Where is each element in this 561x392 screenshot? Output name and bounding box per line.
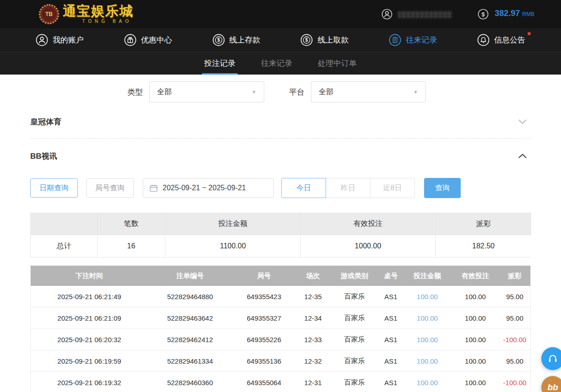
col-round-no: 局号: [232, 266, 296, 286]
round-no: 649355136: [232, 350, 296, 372]
svg-text:$: $: [482, 11, 485, 18]
payout-cell: 95.00: [499, 307, 530, 329]
valid-bet: 100.00: [452, 372, 499, 392]
nav-label: 信息公告: [494, 35, 525, 45]
summary-valid-bet: 1000.00: [301, 235, 436, 257]
table-no: AS1: [379, 307, 403, 329]
chevron-down-icon[interactable]: [517, 116, 528, 127]
date-range-value: 2025-09-21 ~ 2025-09-21: [163, 184, 246, 192]
bet-amount-link[interactable]: 100.00: [403, 350, 452, 372]
chevron-down-icon: ▼: [251, 89, 256, 95]
tab-transaction-records[interactable]: 往来记录: [259, 52, 294, 75]
summary-header-valid-bet: 有效投注: [301, 213, 436, 235]
table-row: 2025-09-21 06:19:32 522829460360 6493550…: [31, 372, 530, 392]
col-session: 场次: [296, 266, 330, 286]
game-type: 百家乐: [330, 329, 379, 350]
table-row: 2025-09-21 06:20:32 522829462412 6493552…: [31, 329, 530, 350]
logo-title: 通宝娱乐城: [63, 5, 134, 18]
balance[interactable]: $ 382.97 RMB: [478, 9, 534, 20]
round-no: 649355226: [232, 329, 296, 350]
nav-item-promotions[interactable]: 优惠中心: [124, 34, 172, 46]
payout-cell: -100.00: [499, 372, 530, 392]
game-type: 百家乐: [330, 372, 379, 392]
payout-cell: 95.00: [499, 350, 530, 372]
col-order-no: 注单编号: [148, 266, 232, 286]
bet-amount-link[interactable]: 100.00: [403, 307, 452, 329]
round-no: 649355327: [232, 307, 296, 329]
deposit-icon: $: [212, 34, 225, 46]
bet-time: 2025-09-21 06:21:49: [31, 286, 148, 307]
date-query-button[interactable]: 日期查询: [30, 178, 78, 198]
game-type: 百家乐: [330, 286, 379, 307]
bet-amount-link[interactable]: 100.00: [403, 329, 452, 350]
table-no: AS1: [379, 286, 403, 307]
bet-records-table: 下注时间 注单编号 局号 场次 游戏类别 桌号 投注金额 有效投注 派彩 202…: [30, 265, 531, 392]
bb-platform-button[interactable]: bb: [541, 376, 561, 392]
last-8-days-button[interactable]: 近8日: [370, 178, 415, 198]
section-title: 皇冠体育: [30, 117, 61, 127]
platform-select[interactable]: 全部 ▼: [311, 81, 426, 102]
table-no: AS1: [379, 372, 403, 392]
session: 12-32: [296, 350, 330, 372]
summary-header-bet-amount: 投注金额: [165, 213, 301, 235]
nav-item-deposit[interactable]: $ 线上存款: [212, 34, 261, 46]
section-crown-sports[interactable]: 皇冠体育: [30, 102, 531, 139]
chevron-down-icon: ▼: [413, 89, 418, 95]
summary-bet-amount: 1100.00: [165, 235, 301, 257]
col-table-no: 桌号: [379, 266, 403, 286]
tab-pending-orders[interactable]: 处理中订单: [316, 52, 359, 75]
col-payout: 派彩: [499, 266, 530, 286]
summary-payout: 182.50: [436, 235, 531, 257]
session: 12-35: [296, 286, 330, 307]
nav-item-announcements[interactable]: 信息公告: [477, 34, 525, 46]
main-nav: 我的账户 优惠中心 $ 线上存款 $ 线上取: [0, 28, 561, 52]
user-icon: [36, 34, 48, 46]
summary-table: 笔数 投注金额 有效投注 派彩 总计 16 1100.00 1000.00 18…: [30, 213, 531, 258]
valid-bet: 100.00: [452, 329, 499, 350]
section-bb-video[interactable]: BB视讯: [30, 139, 531, 161]
nav-item-my-account[interactable]: 我的账户: [36, 34, 84, 46]
gift-icon: [124, 34, 136, 46]
notification-badge: [528, 32, 531, 35]
bet-time: 2025-09-21 06:19:32: [31, 372, 148, 392]
site-logo[interactable]: TB 通宝娱乐城 TONG BAO: [39, 4, 134, 24]
nav-label: 优惠中心: [141, 35, 172, 45]
type-select-value: 全部: [157, 87, 172, 97]
nav-item-withdraw[interactable]: $ 线上取款: [300, 34, 349, 46]
col-game-type: 游戏类别: [330, 266, 379, 286]
quick-date-group: 今日 昨日 近8日: [281, 178, 415, 198]
valid-bet: 100.00: [452, 286, 499, 307]
nav-item-records[interactable]: 往来记录: [389, 34, 437, 46]
table-header-row: 下注时间 注单编号 局号 场次 游戏类别 桌号 投注金额 有效投注 派彩: [31, 266, 530, 286]
session: 12-33: [296, 329, 330, 350]
summary-header-count: 笔数: [98, 213, 165, 235]
bet-amount-link[interactable]: 100.00: [403, 286, 452, 307]
summary-header-payout: 派彩: [436, 213, 531, 235]
round-query-button[interactable]: 局号查询: [86, 178, 134, 198]
customer-service-button[interactable]: [541, 347, 561, 370]
calendar-icon: [149, 184, 158, 193]
order-no: 522829463642: [148, 307, 232, 329]
topbar: TB 通宝娱乐城 TONG BAO $ 382.97 RMB: [0, 0, 561, 28]
nav-label: 线上取款: [317, 35, 349, 45]
type-select[interactable]: 全部 ▼: [149, 81, 264, 102]
chevron-up-icon[interactable]: [517, 150, 528, 161]
valid-bet: 100.00: [452, 350, 499, 372]
balance-amount: 382.97: [495, 9, 520, 18]
withdraw-icon: $: [300, 34, 313, 46]
payout-cell: 95.00: [499, 286, 530, 307]
valid-bet: 100.00: [452, 307, 499, 329]
date-range-picker[interactable]: 2025-09-21 ~ 2025-09-21: [143, 178, 274, 198]
search-button[interactable]: 查询: [424, 178, 461, 198]
bet-time: 2025-09-21 06:20:32: [31, 329, 148, 350]
yesterday-button[interactable]: 昨日: [326, 178, 370, 198]
user-avatar-icon: [381, 9, 392, 20]
today-button[interactable]: 今日: [281, 178, 326, 198]
bet-amount-link[interactable]: 100.00: [403, 372, 452, 392]
summary-total-label: 总计: [31, 235, 98, 257]
query-controls: 日期查询 局号查询 2025-09-21 ~ 2025-09-21 今日 昨日 …: [30, 178, 531, 198]
tab-bet-records[interactable]: 投注记录: [202, 52, 238, 75]
logo-subtitle: TONG BAO: [82, 19, 132, 24]
svg-text:$: $: [217, 38, 220, 43]
nav-label: 线上存款: [229, 35, 261, 45]
